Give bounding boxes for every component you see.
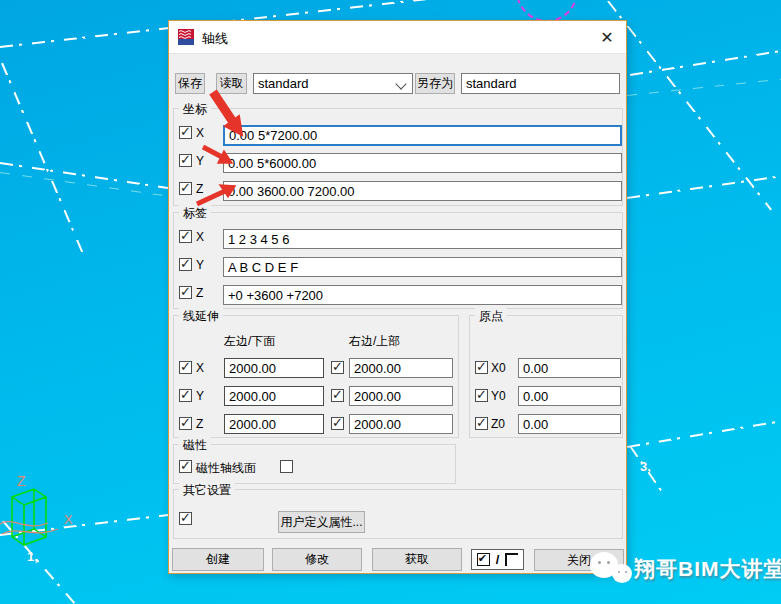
close-icon[interactable]: ✕ <box>597 28 617 48</box>
extension-left-header: 左边/下面 <box>224 333 275 350</box>
origin-z0-input[interactable]: 0.00 <box>518 414 621 434</box>
coord-z-label: Z <box>196 182 203 196</box>
grid-dialog: 轴线 ✕ 保存 读取 standard 另存为 standard 坐标 X 0.… <box>168 20 627 574</box>
label-y-input[interactable]: A B C D E F <box>223 257 622 277</box>
extension-y-left-input[interactable]: 2000.00 <box>224 386 324 406</box>
chevron-down-icon <box>395 78 406 89</box>
extension-z-left-input[interactable]: 2000.00 <box>224 414 324 434</box>
axis-x-label: X <box>64 512 73 527</box>
selection-circle <box>516 0 578 22</box>
grid-line <box>627 79 781 96</box>
coord-x-input[interactable]: 0.00 5*7200.00 <box>223 125 622 146</box>
extension-y-right-input[interactable]: 2000.00 <box>349 386 453 406</box>
label-z-input[interactable]: +0 +3600 +7200 <box>223 285 622 305</box>
extension-y-checkbox[interactable] <box>179 389 192 402</box>
dialog-titlebar[interactable]: 轴线 ✕ <box>169 21 626 54</box>
app-logo-icon <box>178 29 194 45</box>
save-button[interactable]: 保存 <box>175 73 205 94</box>
origin-z0-checkbox[interactable] <box>475 417 488 430</box>
origin-y0-checkbox[interactable] <box>475 389 488 402</box>
label-y-checkbox[interactable] <box>179 258 192 271</box>
user-defined-attributes-button[interactable]: 用户定义属性... <box>278 511 365 533</box>
extension-x-right-input[interactable]: 2000.00 <box>349 358 453 378</box>
label-z-label: Z <box>196 286 203 300</box>
extension-x-right-checkbox[interactable] <box>331 361 344 374</box>
toggle-slash: / <box>496 552 500 567</box>
modify-button[interactable]: 修改 <box>272 548 362 571</box>
watermark-text: 翔哥BIM大讲堂 <box>634 555 781 583</box>
magnetic-plane-checkbox[interactable] <box>179 460 192 473</box>
origin-x0-label: X0 <box>491 361 506 375</box>
line-extension-group-title: 线延伸 <box>179 308 223 325</box>
coord-z-checkbox[interactable] <box>179 182 192 195</box>
grid-line <box>1 63 85 257</box>
extension-right-header: 右边/上部 <box>349 333 400 350</box>
origin-group-title: 原点 <box>475 308 507 325</box>
profile-dropdown-value: standard <box>258 76 309 91</box>
save-as-button[interactable]: 另存为 <box>415 73 455 94</box>
coord-x-label: X <box>196 126 204 140</box>
save-as-input[interactable]: standard <box>461 73 620 94</box>
grid-line <box>627 420 781 448</box>
unchecked-box-icon <box>505 553 518 566</box>
magnetic-plane-label: 磁性轴线面 <box>196 460 256 477</box>
coord-y-input[interactable]: 0.00 5*6000.00 <box>223 153 622 173</box>
label-x-checkbox[interactable] <box>179 230 192 243</box>
dialog-title: 轴线 <box>202 30 228 48</box>
workplane-axis-symbol: Z X <box>0 462 90 557</box>
wechat-icon <box>590 550 634 588</box>
magnetism-group-title: 磁性 <box>179 437 211 454</box>
extension-z-checkbox[interactable] <box>179 417 192 430</box>
other-settings-group-title: 其它设置 <box>179 482 235 499</box>
profile-dropdown[interactable]: standard <box>253 73 413 94</box>
toggle-all-checkboxes-button[interactable]: / <box>471 549 524 570</box>
coord-z-input[interactable]: 0.00 3600.00 7200.00 <box>223 181 622 201</box>
labels-group-title: 标签 <box>179 205 211 222</box>
other-settings-checkbox[interactable] <box>179 512 192 525</box>
extension-x-checkbox[interactable] <box>179 361 192 374</box>
origin-x0-input[interactable]: 0.00 <box>518 358 621 378</box>
grid-line <box>630 50 781 76</box>
label-z-checkbox[interactable] <box>179 286 192 299</box>
extension-z-label: Z <box>196 417 203 431</box>
coord-x-checkbox[interactable] <box>179 126 192 139</box>
magnetism-extra-checkbox[interactable] <box>280 460 293 473</box>
grid-line <box>607 0 772 210</box>
axis-z-label: Z <box>17 473 26 489</box>
other-settings-group: 其它设置 <box>173 489 623 539</box>
extension-x-label: X <box>196 361 204 375</box>
origin-y0-label: Y0 <box>491 389 506 403</box>
extension-z-right-checkbox[interactable] <box>331 417 344 430</box>
origin-z0-label: Z0 <box>491 417 505 431</box>
watermark: 翔哥BIM大讲堂 <box>590 550 781 588</box>
extension-z-right-input[interactable]: 2000.00 <box>349 414 453 434</box>
origin-x0-checkbox[interactable] <box>475 361 488 374</box>
coordinates-group-title: 坐标 <box>179 101 211 118</box>
get-button[interactable]: 获取 <box>372 548 462 571</box>
coord-y-checkbox[interactable] <box>179 154 192 167</box>
load-button[interactable]: 读取 <box>216 73 247 94</box>
extension-y-right-checkbox[interactable] <box>331 389 344 402</box>
label-y-label: Y <box>196 258 204 272</box>
label-x-input[interactable]: 1 2 3 4 5 6 <box>223 229 622 249</box>
extension-y-label: Y <box>196 389 204 403</box>
create-button[interactable]: 创建 <box>172 548 264 571</box>
origin-y0-input[interactable]: 0.00 <box>518 386 621 406</box>
grid-axis-label: 3, <box>640 459 651 474</box>
label-x-label: X <box>196 230 204 244</box>
checked-box-icon <box>477 553 490 566</box>
coord-y-label: Y <box>196 154 204 168</box>
extension-x-left-input[interactable]: 2000.00 <box>224 358 324 378</box>
